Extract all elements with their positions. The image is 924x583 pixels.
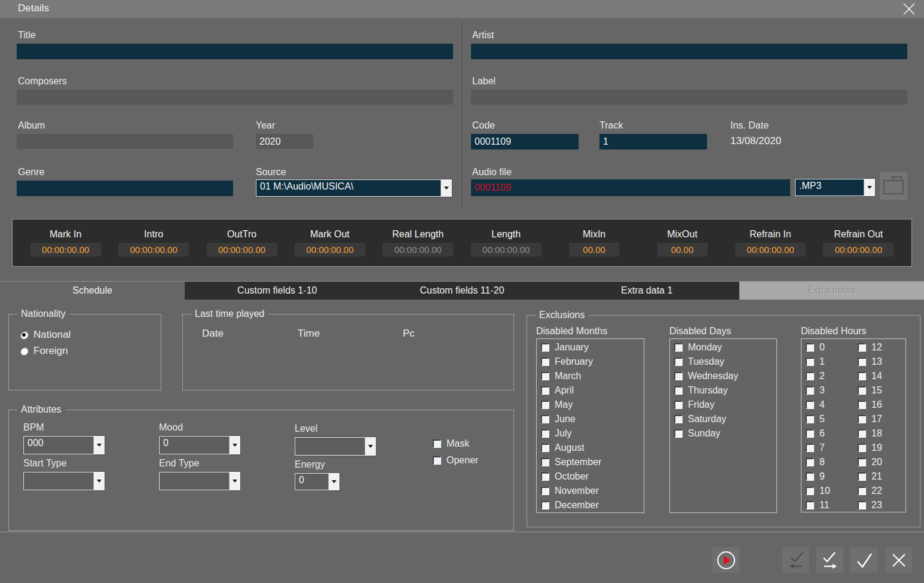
timing-value-mark-in[interactable]: 00:00:00.00: [30, 243, 101, 257]
cancel-button[interactable]: [885, 547, 912, 573]
hour-checkbox-20[interactable]: 20: [853, 455, 905, 469]
hour-checkbox-8[interactable]: 8: [801, 455, 853, 469]
disabled-months-list[interactable]: JanuaryFebruaryMarchAprilMayJuneJulyAugu…: [536, 338, 644, 513]
chevron-down-icon[interactable]: [328, 474, 339, 490]
hour-checkbox-0[interactable]: 0: [801, 340, 853, 355]
month-checkbox-july[interactable]: July: [537, 426, 644, 441]
tab-extra-data-1[interactable]: Extra data 1: [555, 282, 739, 300]
checkbox-opener[interactable]: Opener: [433, 452, 478, 469]
hour-checkbox-22[interactable]: 22: [853, 484, 905, 498]
hour-checkbox-12[interactable]: 12: [853, 340, 905, 355]
hour-checkbox-23[interactable]: 23: [853, 498, 905, 512]
month-checkbox-march[interactable]: March: [537, 369, 644, 383]
month-checkbox-october[interactable]: October: [537, 469, 644, 484]
chevron-down-icon[interactable]: [864, 179, 874, 196]
code-input[interactable]: 0001109: [471, 134, 579, 149]
month-checkbox-december[interactable]: December: [537, 498, 644, 512]
tab-schedule[interactable]: Schedule: [0, 282, 185, 300]
chevron-down-icon[interactable]: [365, 438, 375, 455]
hour-checkbox-18[interactable]: 18: [853, 426, 905, 441]
source-dropdown[interactable]: 01 M:\Audio\MUSICA\: [256, 179, 452, 197]
radio-foreign[interactable]: Foreign: [20, 345, 161, 357]
month-checkbox-february[interactable]: February: [537, 355, 644, 369]
browse-file-button[interactable]: [880, 172, 907, 200]
chevron-down-icon[interactable]: [440, 180, 451, 196]
hour-checkbox-19[interactable]: 19: [853, 441, 905, 455]
chevron-down-icon[interactable]: [93, 472, 104, 490]
title-input[interactable]: [17, 44, 453, 59]
hour-checkbox-11[interactable]: 11: [801, 498, 853, 512]
hour-checkbox-17[interactable]: 17: [853, 412, 905, 426]
bpm-dropdown[interactable]: 000: [23, 436, 105, 454]
hour-checkbox-6[interactable]: 6: [801, 426, 853, 441]
hours-column-2: 121314151617181920212223: [853, 340, 905, 512]
confirm-next-button[interactable]: [816, 547, 843, 573]
day-checkbox-friday[interactable]: Friday: [670, 398, 776, 412]
checkbox-mask[interactable]: Mask: [433, 435, 478, 452]
day-checkbox-monday[interactable]: Monday: [670, 340, 776, 355]
chevron-down-icon[interactable]: [93, 437, 104, 454]
month-checkbox-april[interactable]: April: [537, 383, 644, 398]
radio-national[interactable]: National: [20, 329, 161, 341]
start-type-dropdown[interactable]: [23, 472, 105, 490]
timing-value-mark-out[interactable]: 00:00:00.00: [295, 243, 365, 257]
composers-input[interactable]: [17, 90, 453, 105]
confirm-button[interactable]: [850, 547, 877, 573]
hour-checkbox-14[interactable]: 14: [853, 369, 905, 383]
play-button[interactable]: [712, 547, 739, 573]
disabled-hours-list[interactable]: 01234567891011 121314151617181920212223: [801, 338, 906, 512]
day-checkbox-sunday[interactable]: Sunday: [670, 426, 776, 441]
hour-checkbox-10[interactable]: 10: [801, 484, 853, 498]
tab-custom-fields-1-10[interactable]: Custom fields 1-10: [185, 282, 369, 300]
year-input[interactable]: 2020: [256, 134, 313, 149]
tab-extra-notes[interactable]: Extra notes: [739, 282, 924, 300]
month-checkbox-november[interactable]: November: [537, 484, 644, 498]
extension-dropdown[interactable]: .MP3: [795, 179, 875, 196]
mood-dropdown[interactable]: 0: [159, 436, 240, 454]
hour-checkbox-5[interactable]: 5: [801, 412, 853, 426]
disabled-days-label: Disabled Days: [669, 326, 731, 337]
end-type-dropdown[interactable]: [159, 472, 240, 490]
hour-checkbox-21[interactable]: 21: [853, 469, 905, 484]
tab-custom-fields-11-20[interactable]: Custom fields 11-20: [369, 282, 554, 300]
timing-value-mixout[interactable]: 00.00: [657, 243, 708, 257]
hour-checkbox-15[interactable]: 15: [853, 383, 905, 398]
month-checkbox-may[interactable]: May: [537, 398, 644, 412]
energy-dropdown[interactable]: 0: [295, 473, 339, 490]
month-checkbox-june[interactable]: June: [537, 412, 644, 426]
timing-value-mixin[interactable]: 00.00: [569, 243, 619, 257]
day-checkbox-tuesday[interactable]: Tuesday: [670, 355, 776, 369]
timing-value-intro[interactable]: 00:00:00.00: [118, 243, 189, 257]
track-input[interactable]: 1: [599, 134, 707, 149]
month-checkbox-september[interactable]: September: [537, 455, 644, 469]
day-checkbox-saturday[interactable]: Saturday: [670, 412, 776, 426]
timing-value-refrain-out[interactable]: 00:00:00.00: [823, 243, 894, 257]
close-icon[interactable]: [901, 2, 917, 16]
hour-checkbox-16[interactable]: 16: [853, 398, 905, 412]
chevron-down-icon[interactable]: [229, 472, 240, 490]
chevron-down-icon[interactable]: [229, 437, 240, 454]
month-checkbox-august[interactable]: August: [537, 441, 644, 455]
hour-checkbox-1[interactable]: 1: [801, 355, 853, 369]
day-checkbox-wednesday[interactable]: Wednesday: [670, 369, 776, 383]
album-input[interactable]: [17, 134, 233, 149]
hour-checkbox-9[interactable]: 9: [801, 469, 853, 484]
timing-label: MixIn: [583, 229, 605, 240]
disabled-days-list[interactable]: MondayTuesdayWednesdayThursdayFridaySatu…: [669, 338, 777, 513]
timing-value-refrain-in[interactable]: 00:00:00.00: [735, 243, 806, 257]
artist-input[interactable]: [471, 44, 907, 59]
audio-file-input[interactable]: 0001109: [471, 179, 790, 196]
hour-checkbox-2[interactable]: 2: [801, 369, 853, 383]
hour-checkbox-3[interactable]: 3: [801, 383, 853, 398]
level-dropdown[interactable]: [295, 437, 376, 456]
hour-checkbox-4[interactable]: 4: [801, 398, 853, 412]
day-checkbox-thursday[interactable]: Thursday: [670, 383, 776, 398]
radio-icon: [20, 347, 28, 355]
record-label-input[interactable]: [471, 90, 907, 105]
genre-input[interactable]: [17, 181, 233, 196]
month-checkbox-january[interactable]: January: [537, 340, 644, 355]
timing-value-outtro[interactable]: 00:00:00.00: [207, 243, 277, 257]
checkbox-icon: [433, 456, 441, 465]
hour-checkbox-7[interactable]: 7: [801, 441, 853, 455]
hour-checkbox-13[interactable]: 13: [853, 355, 905, 369]
